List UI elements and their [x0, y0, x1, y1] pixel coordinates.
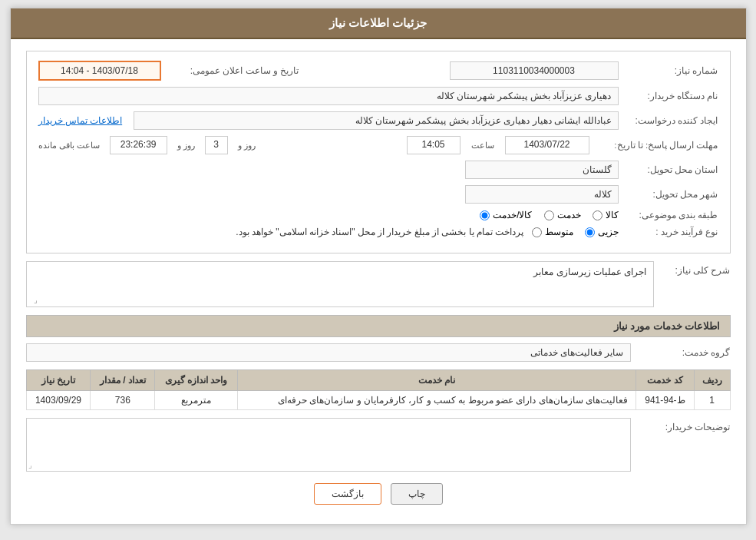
need-desc-container: اجرای عملیات زیرسازی معابر ⌟ [26, 261, 654, 307]
reply-time-value: 14:05 [407, 136, 461, 154]
creator-row: ایجاد کننده درخواست: عبادالله ایشانی دهی… [38, 111, 718, 130]
need-description-value: اجرای عملیات زیرسازی معابر [533, 267, 646, 277]
col-service-code: کد خدمت [636, 370, 695, 391]
category-option-goods[interactable]: کالا [593, 210, 619, 220]
table-header-row: ردیف کد خدمت نام خدمت واحد اندازه گیری ت… [26, 370, 730, 391]
col-unit: واحد اندازه گیری [155, 370, 237, 391]
remaining-hours-label: ساعت باقی مانده [38, 141, 100, 151]
province-row: استان محل تحویل: گلستان [38, 161, 718, 179]
purchase-partial-label: جزیی [598, 227, 619, 237]
services-table: ردیف کد خدمت نام خدمت واحد اندازه گیری ت… [26, 369, 731, 410]
city-row: شهر محل تحویل: کلاله [38, 185, 718, 204]
category-option-both[interactable]: کالا/خدمت [480, 210, 532, 220]
purchase-type-label: نوع فرآیند خرید : [619, 227, 718, 237]
purchase-type-note: پرداخت تمام یا بخشی از مبلغ خریدار از مح… [236, 227, 523, 237]
category-option-service[interactable]: خدمت [544, 210, 581, 220]
resize-handle[interactable]: ⌟ [28, 296, 38, 305]
service-group-row: گروه خدمت: سایر فعالیت‌های خدماتی [26, 343, 731, 362]
org-name-value: دهیاری عزیزآباد بخش پیشکمر شهرستان کلاله [38, 87, 619, 105]
page-title: جزئیات اطلاعات نیاز [11, 8, 746, 39]
table-body: 1 ط-94-941 فعالیت‌های سازمان‌های دارای ع… [26, 391, 730, 410]
button-row: چاپ بازگشت [26, 483, 731, 505]
announcement-label: تاریخ و ساعت اعلان عمومی: [161, 65, 299, 76]
col-need-date: تاریخ نیاز [26, 370, 91, 391]
purchase-type-medium[interactable]: متوسط [532, 227, 573, 237]
cell-service-name: فعالیت‌های سازمان‌های دارای عضو مربوط به… [237, 391, 636, 410]
purchase-type-partial[interactable]: جزیی [585, 227, 619, 237]
creator-label: ایجاد کننده درخواست: [619, 115, 718, 126]
cell-unit: مترمربع [155, 391, 237, 410]
col-quantity: تعداد / مقدار [91, 370, 155, 391]
top-form-section: شماره نیاز: 1103110034000003 تاریخ و ساع… [26, 51, 731, 253]
buyer-notes-label: توضیحات خریدار: [631, 418, 731, 472]
notes-resize-handle[interactable]: ⌟ [28, 461, 32, 469]
reply-deadline-row: مهلت ارسال پاسخ: تا تاریخ: 1403/07/22 سا… [38, 136, 718, 154]
cell-need-date: 1403/09/29 [26, 391, 91, 410]
announcement-value: 1403/07/18 - 14:04 [38, 61, 161, 81]
buyer-notes-box: ⌟ [26, 418, 631, 472]
remaining-days-value: 3 [205, 136, 228, 154]
print-button[interactable]: چاپ [391, 483, 443, 505]
reply-date-value: 1403/07/22 [505, 136, 589, 154]
col-row-number: ردیف [694, 370, 730, 391]
content-area: ● شماره نیاز: 1103110034000003 تاریخ و س… [11, 39, 746, 524]
purchase-type-radio-group: جزیی متوسط [532, 227, 619, 237]
need-number-label: شماره نیاز: [619, 65, 718, 76]
col-service-name: نام خدمت [237, 370, 636, 391]
need-number-row: شماره نیاز: 1103110034000003 تاریخ و ساع… [38, 61, 718, 81]
need-description-box: اجرای عملیات زیرسازی معابر ⌟ [26, 261, 654, 307]
table-header: ردیف کد خدمت نام خدمت واحد اندازه گیری ت… [26, 370, 730, 391]
service-group-value: سایر فعالیت‌های خدماتی [26, 343, 631, 362]
need-number-value: 1103110034000003 [450, 61, 619, 80]
remaining-days-label: روز و [238, 141, 256, 151]
remaining-time-value: 23:26:39 [110, 136, 167, 154]
back-button[interactable]: بازگشت [314, 483, 381, 505]
cell-row-number: 1 [694, 391, 730, 410]
category-radio-group: کالا خدمت کالا/خدمت [480, 210, 618, 220]
contact-info-link[interactable]: اطلاعات تماس خریدار [38, 115, 123, 126]
main-container: جزئیات اطلاعات نیاز ● شماره نیاز: 110311… [10, 8, 747, 525]
creator-value: عبادالله ایشانی دهیار دهیاری عزیزآباد بخ… [134, 111, 618, 130]
cell-quantity: 736 [91, 391, 155, 410]
city-label: شهر محل تحویل: [619, 189, 718, 200]
province-label: استان محل تحویل: [619, 164, 718, 175]
service-group-label: گروه خدمت: [631, 347, 731, 358]
purchase-type-row: نوع فرآیند خرید : جزیی متوسط پرداخت تمام… [38, 227, 718, 237]
category-both-label: کالا/خدمت [493, 210, 532, 220]
category-label: طبقه بندی موضوعی: [619, 210, 718, 220]
reply-deadline-label: مهلت ارسال پاسخ: تا تاریخ: [596, 140, 718, 151]
province-value: گلستان [465, 161, 619, 179]
need-desc-label: شرح کلی نیاز: [654, 261, 731, 307]
org-name-label: نام دستگاه خریدار: [619, 91, 718, 101]
cell-service-code: ط-94-941 [636, 391, 695, 410]
remaining-time-label-left: روز و [177, 141, 195, 151]
buyer-notes-section: توضیحات خریدار: ⌟ [26, 418, 731, 472]
category-goods-label: کالا [606, 210, 619, 220]
reply-time-label: ساعت [471, 141, 494, 151]
category-service-label: خدمت [557, 210, 581, 220]
category-row: طبقه بندی موضوعی: کالا خدمت کالا/خدمت [38, 210, 718, 220]
org-name-row: نام دستگاه خریدار: دهیاری عزیزآباد بخش پ… [38, 87, 718, 105]
city-value: کلاله [465, 185, 619, 204]
purchase-medium-label: متوسط [545, 227, 573, 237]
need-description-section: شرح کلی نیاز: اجرای عملیات زیرسازی معابر… [26, 261, 731, 307]
table-row: 1 ط-94-941 فعالیت‌های سازمان‌های دارای ع… [26, 391, 730, 410]
service-info-title: اطلاعات خدمات مورد نیاز [26, 315, 731, 337]
